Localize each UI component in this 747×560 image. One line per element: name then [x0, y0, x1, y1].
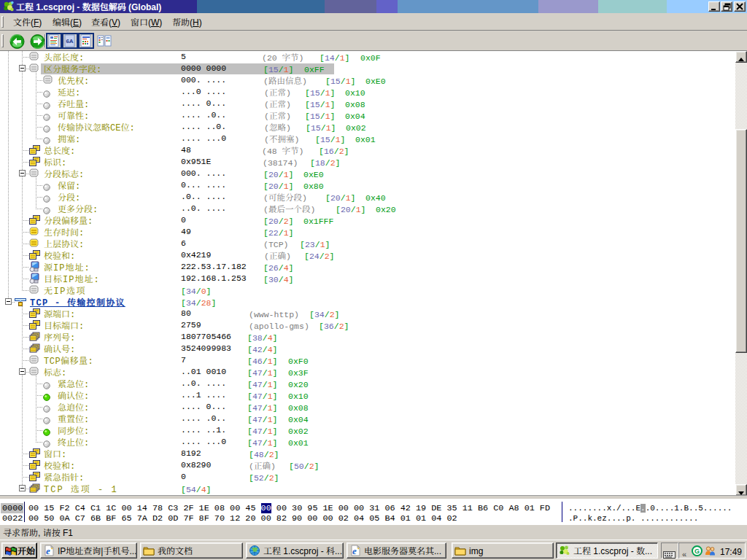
svg-text:6A: 6A — [66, 38, 73, 44]
svg-text:e: e — [352, 545, 357, 556]
svg-text:G: G — [694, 548, 700, 555]
svg-text:e: e — [46, 545, 50, 556]
